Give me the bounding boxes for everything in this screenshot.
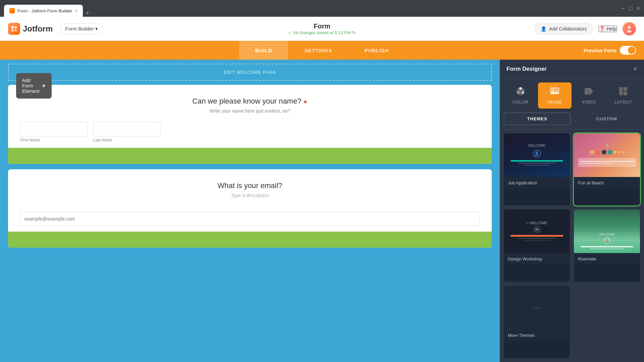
- svg-rect-0: [11, 26, 14, 28]
- refresh-icon: ↻: [352, 30, 356, 35]
- logo-text: Jotform: [23, 24, 53, 34]
- close-tab-icon[interactable]: ×: [75, 8, 77, 13]
- theme-label-riverside: Riverside: [574, 253, 640, 265]
- form-title: Form: [288, 22, 356, 30]
- theme-card-job-application[interactable]: WELCOME 👤 Job Application: [504, 133, 570, 205]
- custom-button[interactable]: CUSTOM: [573, 113, 640, 125]
- designer-tab-layout[interactable]: LAYOUT: [606, 82, 640, 109]
- themes-custom-row: THEMES CUSTOM: [500, 113, 644, 129]
- maximize-icon[interactable]: □: [629, 5, 633, 12]
- chevron-down-icon: ▾: [95, 26, 98, 32]
- color-tab-icon: [516, 86, 525, 98]
- preview-toggle-switch[interactable]: [620, 46, 636, 55]
- email-input[interactable]: [20, 212, 480, 226]
- add-collaborators-label: Add Collaborators: [549, 26, 587, 32]
- svg-point-11: [552, 89, 554, 91]
- add-form-element-button[interactable]: Add Form Element +: [16, 73, 52, 99]
- designer-tab-video[interactable]: VIDEO: [572, 82, 606, 109]
- svg-point-9: [517, 91, 520, 94]
- designer-tab-image[interactable]: IMAGE: [538, 82, 572, 109]
- window-close-icon[interactable]: ×: [636, 5, 640, 12]
- preview-form-label: Preview Form: [584, 48, 616, 53]
- new-tab-button[interactable]: +: [83, 10, 92, 17]
- save-text: All changes saved at 6:12 PM: [293, 30, 351, 35]
- question-2-text: What is your email?: [217, 181, 282, 190]
- theme-label-more-1: More Themes: [504, 329, 570, 341]
- logo-icon: [8, 23, 20, 35]
- svg-rect-2: [11, 29, 14, 32]
- favicon-icon: [9, 8, 15, 13]
- video-tab-label: VIDEO: [582, 100, 596, 105]
- svg-point-5: [627, 30, 632, 33]
- theme-thumb-design-workshop: ✂ WELCOME ✂: [504, 209, 570, 253]
- main-layout: Add Form Element + EDIT WELCOME PAGE Can…: [0, 60, 644, 362]
- theme-thumb-riverside: WELCOME 🚣: [574, 209, 640, 253]
- color-tab-label: COLOR: [513, 100, 529, 105]
- toggle-knob: [628, 47, 635, 54]
- check-icon: ✓: [288, 30, 292, 35]
- first-name-input[interactable]: [20, 122, 88, 136]
- add-collaborators-button[interactable]: 👤 Add Collaborators: [534, 23, 593, 35]
- help-button[interactable]: ❓ Help: [598, 25, 617, 32]
- theme-card-fun-at-beach[interactable]: ✓ 🏖️: [574, 133, 640, 205]
- image-tab-label: IMAGE: [547, 100, 562, 105]
- designer-tab-color[interactable]: COLOR: [504, 82, 537, 109]
- save-status: ✓ All changes saved at 6:12 PM ↻: [288, 30, 356, 35]
- theme-card-design-workshop[interactable]: ✂ WELCOME ✂ Design Workshop: [504, 209, 570, 282]
- browser-tab-active[interactable]: Form - Jotform Form Builder ×: [4, 5, 83, 17]
- browser-tabs: Form - Jotform Form Builder × +: [4, 0, 92, 17]
- email-card-footer: [8, 232, 492, 248]
- themes-button[interactable]: THEMES: [504, 113, 571, 125]
- last-name-input[interactable]: [93, 122, 160, 136]
- edit-welcome-label: EDIT WELCOME PAGE: [224, 70, 276, 75]
- plus-icon: +: [42, 82, 46, 89]
- logo-area: Jotform: [8, 23, 53, 35]
- theme-thumb-more-1: ⋯: [504, 286, 570, 329]
- name-form-card: Can we please know your name? ★ Write yo…: [8, 85, 492, 164]
- svg-rect-1: [14, 26, 17, 28]
- header-right: 👤 Add Collaborators ❓ Help: [534, 22, 636, 36]
- avatar[interactable]: [623, 22, 636, 36]
- svg-point-7: [519, 87, 522, 90]
- edit-welcome-page-bar[interactable]: EDIT WELCOME PAGE: [8, 64, 492, 81]
- question-1-desc: Write your name here quit evident, no?: [20, 108, 480, 114]
- toolbar-tabs: BUILD SETTINGS PUBLISH: [239, 41, 405, 60]
- svg-rect-16: [624, 92, 627, 95]
- theme-card-more-1[interactable]: ⋯ More Themes: [504, 286, 570, 358]
- svg-rect-15: [624, 87, 627, 91]
- form-content: EDIT WELCOME PAGE Can we please know you…: [0, 60, 500, 362]
- theme-label-design-workshop: Design Workshop: [504, 253, 570, 265]
- question-1-text: Can we please know your name?: [192, 97, 301, 105]
- panel-title: Form Designer: [506, 66, 547, 72]
- themes-label: THEMES: [527, 116, 547, 121]
- svg-point-4: [628, 26, 631, 29]
- email-form-card: What is your email? Type a description: [8, 169, 492, 248]
- form-designer-panel: Form Designer × COLOR: [500, 60, 644, 362]
- tab-build[interactable]: BUILD: [239, 41, 288, 60]
- add-form-element-label: Add Form Element: [22, 78, 39, 94]
- first-name-field-wrap: First Name: [20, 122, 88, 142]
- question-2-desc: Type a description: [20, 193, 480, 198]
- person-add-icon: 👤: [541, 26, 546, 32]
- help-label: Help: [607, 26, 616, 32]
- app-header: Jotform Form Builder ▾ Form ✓ All change…: [0, 17, 644, 41]
- form-builder-dropdown[interactable]: Form Builder ▾: [61, 23, 102, 34]
- theme-thumb-job-application: WELCOME 👤: [504, 133, 570, 177]
- tab-title: Form - Jotform Form Builder: [17, 8, 72, 13]
- theme-card-riverside[interactable]: WELCOME 🚣 Riverside: [574, 209, 640, 282]
- last-name-label: Last Name: [93, 138, 160, 142]
- panel-close-button[interactable]: ×: [633, 65, 637, 73]
- video-tab-icon: [584, 86, 594, 98]
- form-area: Add Form Element + EDIT WELCOME PAGE Can…: [0, 60, 500, 362]
- first-name-label: First Name: [20, 138, 88, 142]
- required-star: ★: [303, 99, 308, 105]
- theme-label-job-application: Job Application: [504, 177, 570, 189]
- header-center: Form ✓ All changes saved at 6:12 PM ↻: [288, 22, 356, 35]
- svg-point-8: [522, 91, 524, 94]
- tab-publish[interactable]: PUBLISH: [348, 41, 405, 60]
- custom-label: CUSTOM: [596, 116, 617, 121]
- name-fields-row: First Name Last Name: [20, 122, 480, 142]
- minimize-icon[interactable]: −: [621, 5, 625, 12]
- preview-form-toggle[interactable]: Preview Form: [584, 46, 636, 55]
- tab-settings[interactable]: SETTINGS: [288, 41, 348, 60]
